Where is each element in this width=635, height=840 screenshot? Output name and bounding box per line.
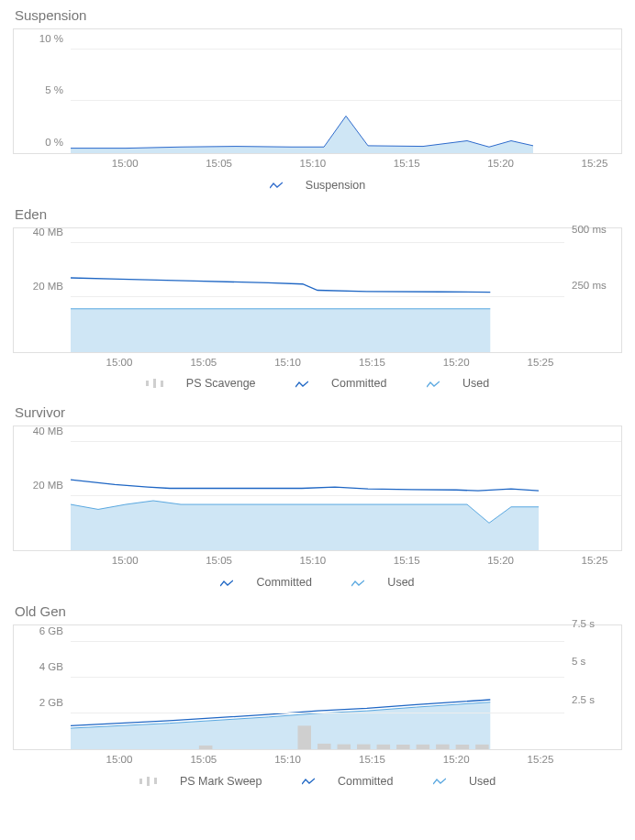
legend-label: Committed bbox=[331, 377, 386, 390]
y-tick: 7.5 s bbox=[572, 618, 595, 629]
legend-item-committed[interactable]: Committed bbox=[293, 775, 402, 788]
legend-item-ps-mark-sweep[interactable]: PS Mark Sweep bbox=[130, 775, 272, 788]
x-tick: 15:00 bbox=[106, 754, 133, 765]
eden-title: Eden bbox=[13, 199, 622, 227]
legend-item-committed[interactable]: Committed bbox=[286, 377, 395, 390]
x-tick: 15:25 bbox=[582, 158, 608, 169]
legend-label: Committed bbox=[256, 576, 311, 589]
x-tick: 15:00 bbox=[106, 357, 133, 368]
y-tick: 40 MB bbox=[33, 227, 63, 238]
svg-rect-38 bbox=[475, 745, 489, 749]
svg-rect-30 bbox=[318, 744, 331, 749]
x-tick: 15:05 bbox=[206, 555, 232, 566]
legend-item-used[interactable]: Used bbox=[342, 576, 423, 589]
survivor-title: Survivor bbox=[13, 397, 622, 426]
svg-rect-33 bbox=[377, 745, 391, 749]
oldgen-y-axis: 2 GB 4 GB 6 GB bbox=[14, 625, 69, 749]
legend-item-used[interactable]: Used bbox=[418, 377, 498, 390]
legend-item-ps-scavenge[interactable]: PS Scavenge bbox=[137, 377, 265, 390]
survivor-legend: Committed Used bbox=[13, 571, 622, 596]
legend-label: Used bbox=[462, 377, 489, 390]
x-tick: 15:10 bbox=[299, 158, 326, 169]
y-tick: 250 ms bbox=[572, 280, 607, 291]
x-tick: 15:05 bbox=[190, 357, 217, 368]
svg-rect-36 bbox=[436, 745, 450, 749]
eden-y-axis: 20 MB 40 MB bbox=[14, 228, 69, 352]
x-tick: 15:25 bbox=[528, 357, 554, 368]
suspension-y-axis: 0 % 5 % 10 % bbox=[14, 29, 69, 153]
eden-x-axis: 15:00 15:05 15:10 15:15 15:20 15:25 bbox=[70, 353, 565, 373]
x-tick: 15:25 bbox=[582, 555, 608, 566]
legend-label: Used bbox=[469, 775, 496, 788]
y-tick: 5 % bbox=[45, 84, 63, 95]
y-tick: 40 MB bbox=[33, 426, 63, 437]
x-tick: 15:15 bbox=[359, 754, 385, 765]
legend-item-committed[interactable]: Committed bbox=[211, 576, 320, 589]
y-tick: 0 % bbox=[45, 137, 63, 148]
survivor-plot[interactable] bbox=[71, 426, 621, 550]
y-tick: 10 % bbox=[39, 33, 63, 44]
suspension-x-axis: 15:00 15:05 15:10 15:15 15:20 15:25 bbox=[70, 154, 622, 174]
y-tick: 6 GB bbox=[39, 625, 63, 636]
legend-label: Used bbox=[387, 576, 414, 589]
svg-rect-28 bbox=[199, 746, 213, 749]
legend-label: Suspension bbox=[306, 179, 365, 192]
svg-rect-34 bbox=[396, 745, 410, 749]
suspension-plot[interactable] bbox=[71, 29, 621, 153]
y-tick: 2 GB bbox=[39, 697, 63, 708]
x-tick: 15:00 bbox=[112, 555, 139, 566]
suspension-legend: Suspension bbox=[13, 174, 622, 199]
y-tick: 500 ms bbox=[572, 224, 607, 235]
x-tick: 15:10 bbox=[274, 754, 301, 765]
survivor-chart: 20 MB 40 MB 15:00 15:05 15:10 15:15 15:2… bbox=[13, 426, 622, 571]
eden-y2-axis: 250 ms 500 ms bbox=[566, 228, 621, 352]
legend-label: PS Scavenge bbox=[186, 377, 256, 390]
svg-rect-31 bbox=[338, 745, 351, 749]
svg-rect-29 bbox=[297, 725, 311, 749]
x-tick: 15:20 bbox=[443, 754, 470, 765]
svg-rect-32 bbox=[357, 745, 371, 749]
oldgen-x-axis: 15:00 15:05 15:10 15:15 15:20 15:25 bbox=[70, 750, 565, 770]
legend-label: PS Mark Sweep bbox=[180, 775, 262, 788]
y-tick: 5 s bbox=[572, 656, 585, 667]
x-tick: 15:20 bbox=[487, 555, 514, 566]
x-tick: 15:10 bbox=[299, 555, 326, 566]
y-tick: 20 MB bbox=[33, 281, 63, 292]
suspension-chart: 0 % 5 % 10 % 15:00 15:05 15:10 15:15 15:… bbox=[13, 28, 622, 174]
oldgen-legend: PS Mark Sweep Committed Used bbox=[13, 770, 622, 795]
y-tick: 20 MB bbox=[33, 480, 63, 491]
legend-item-suspension[interactable]: Suspension bbox=[261, 179, 374, 192]
eden-plot[interactable] bbox=[71, 228, 564, 352]
x-tick: 15:15 bbox=[394, 158, 420, 169]
oldgen-title: Old Gen bbox=[13, 596, 622, 624]
suspension-title: Suspension bbox=[13, 0, 622, 28]
oldgen-y2-axis: 2.5 s 5 s 7.5 s bbox=[566, 625, 621, 749]
x-tick: 15:05 bbox=[206, 158, 232, 169]
oldgen-chart: 2 GB 4 GB 6 GB 2.5 s 5 s 7.5 s bbox=[13, 624, 622, 770]
x-tick: 15:20 bbox=[487, 158, 514, 169]
survivor-x-axis: 15:00 15:05 15:10 15:15 15:20 15:25 bbox=[70, 551, 622, 571]
y-tick: 2.5 s bbox=[572, 694, 595, 705]
oldgen-plot[interactable] bbox=[71, 625, 564, 749]
legend-label: Committed bbox=[338, 775, 393, 788]
x-tick: 15:20 bbox=[443, 357, 470, 368]
x-tick: 15:00 bbox=[112, 158, 139, 169]
x-tick: 15:15 bbox=[394, 555, 420, 566]
eden-chart: 20 MB 40 MB 250 ms 500 ms bbox=[13, 227, 622, 373]
legend-item-used[interactable]: Used bbox=[424, 775, 505, 788]
x-tick: 15:15 bbox=[359, 357, 385, 368]
svg-rect-35 bbox=[417, 745, 430, 749]
svg-rect-37 bbox=[456, 745, 470, 749]
survivor-y-axis: 20 MB 40 MB bbox=[14, 426, 69, 550]
x-tick: 15:25 bbox=[528, 754, 554, 765]
eden-legend: PS Scavenge Committed Used bbox=[13, 373, 622, 398]
y-tick: 4 GB bbox=[39, 661, 63, 672]
x-tick: 15:05 bbox=[190, 754, 217, 765]
x-tick: 15:10 bbox=[274, 357, 301, 368]
